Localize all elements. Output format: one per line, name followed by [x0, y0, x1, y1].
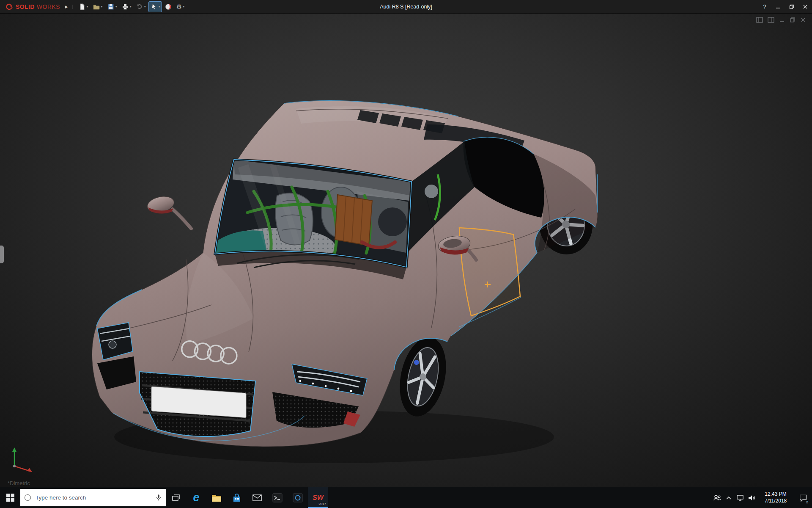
- caret-icon: ▾: [87, 5, 88, 8]
- undo-icon: [136, 3, 143, 11]
- task-view-icon: [172, 494, 180, 502]
- x-axis-arrow: [27, 468, 32, 472]
- new-document-button[interactable]: ▾: [77, 1, 90, 12]
- volume-icon: [748, 494, 755, 501]
- window-controls: ?: [758, 0, 812, 13]
- collapsed-panel-tab[interactable]: [0, 246, 4, 263]
- new-document-icon: [78, 3, 86, 11]
- brand-text-bold: SOLID: [16, 3, 35, 10]
- start-button[interactable]: [0, 487, 20, 508]
- mail-icon: [252, 494, 262, 502]
- caret-icon: ▾: [159, 5, 160, 8]
- taskbar-app-file-explorer[interactable]: [206, 487, 227, 508]
- taskbar-app-store[interactable]: [227, 487, 247, 508]
- caret-icon: ▾: [144, 5, 146, 8]
- network-button[interactable]: [734, 487, 746, 508]
- select-tool-button[interactable]: ▾: [148, 1, 162, 12]
- appearance-button[interactable]: [163, 1, 174, 12]
- front-grille: [140, 372, 255, 436]
- clock-time: 12:43 PM: [757, 491, 794, 498]
- document-window-controls: [756, 17, 806, 23]
- microphone-icon[interactable]: [156, 494, 162, 502]
- orientation-triad[interactable]: [8, 444, 38, 475]
- caret-icon: ▾: [130, 5, 132, 8]
- minimize-icon: [776, 4, 781, 9]
- undo-button[interactable]: ▾: [134, 1, 148, 12]
- system-tray: 12:43 PM 7/11/2018 2: [711, 487, 812, 508]
- restore-icon: [789, 4, 794, 9]
- taskbar-clock[interactable]: 12:43 PM 7/11/2018: [757, 491, 794, 504]
- menu-flyout-arrow[interactable]: ▶: [63, 5, 73, 9]
- console-icon: [272, 493, 283, 502]
- appearance-sphere-icon: [165, 3, 172, 11]
- caret-icon: ▾: [183, 5, 184, 8]
- title-bar: SOLIDWORKS ▶ ▾ ▾ ▾ ▾ ▾: [0, 0, 812, 14]
- solidworks-year-label: 2017: [318, 502, 326, 506]
- people-button[interactable]: [711, 487, 723, 508]
- search-icon: [25, 494, 31, 501]
- taskbar: e SW 2017: [0, 487, 812, 508]
- open-folder-icon: [93, 3, 100, 11]
- windows-logo-icon: [6, 494, 14, 502]
- doc-minimize-icon[interactable]: [779, 17, 785, 23]
- taskbar-app-console[interactable]: [267, 487, 288, 508]
- notification-badge: 2: [806, 500, 809, 504]
- search-input[interactable]: [35, 494, 152, 501]
- brand-text-light: WORKS: [37, 3, 60, 10]
- dassault-systemes-logo-icon: [4, 3, 14, 10]
- doc-restore-icon[interactable]: [790, 17, 796, 23]
- car-model-canvas[interactable]: [0, 14, 812, 487]
- solidworks-brand: SOLIDWORKS: [0, 3, 63, 10]
- options-button[interactable]: ⚙ ▾: [175, 1, 186, 12]
- print-button[interactable]: ▾: [120, 1, 133, 12]
- file-explorer-icon: [211, 493, 222, 502]
- save-icon: [107, 3, 115, 11]
- taskbar-app-solidworks[interactable]: SW 2017: [308, 487, 328, 508]
- mirror-left[interactable]: [146, 194, 191, 229]
- taskbar-search[interactable]: [20, 489, 166, 506]
- save-button[interactable]: ▾: [105, 1, 119, 12]
- taskbar-app-mail[interactable]: [247, 487, 267, 508]
- photos-icon: [293, 493, 303, 502]
- print-icon: [121, 3, 129, 11]
- close-icon: [803, 4, 808, 9]
- taskbar-app-edge[interactable]: e: [186, 487, 206, 508]
- task-view-button[interactable]: [166, 487, 186, 508]
- y-axis-arrow: [12, 447, 16, 452]
- select-arrow-icon: [150, 3, 158, 11]
- minimize-button[interactable]: [771, 0, 785, 14]
- windshield[interactable]: [215, 160, 411, 267]
- hidden-icons-button[interactable]: [723, 487, 734, 508]
- pane-right-icon[interactable]: [768, 17, 774, 23]
- caret-icon: ▾: [115, 5, 117, 8]
- window-title: Audi R8 S [Read-only]: [380, 4, 432, 10]
- clock-date: 7/11/2018: [757, 498, 794, 505]
- store-icon: [232, 493, 242, 503]
- chevron-up-icon: [726, 496, 732, 500]
- network-icon: [736, 494, 744, 501]
- graphics-viewport[interactable]: *Dimetric: [0, 14, 812, 487]
- restore-button[interactable]: [785, 0, 798, 14]
- help-button[interactable]: ?: [758, 0, 771, 14]
- people-icon: [713, 494, 721, 501]
- doc-close-icon[interactable]: [800, 17, 806, 23]
- view-orientation-label: *Dimetric: [8, 480, 30, 486]
- taskbar-app-photos[interactable]: [288, 487, 308, 508]
- caret-icon: ▾: [101, 5, 103, 8]
- gear-icon: ⚙: [176, 3, 182, 10]
- pane-left-icon[interactable]: [756, 17, 763, 23]
- open-button[interactable]: ▾: [91, 1, 104, 12]
- close-button[interactable]: [798, 0, 812, 14]
- edge-icon: e: [193, 492, 199, 503]
- solidworks-icon: SW: [313, 494, 324, 501]
- action-center-button[interactable]: 2: [794, 487, 812, 508]
- volume-button[interactable]: [746, 487, 757, 508]
